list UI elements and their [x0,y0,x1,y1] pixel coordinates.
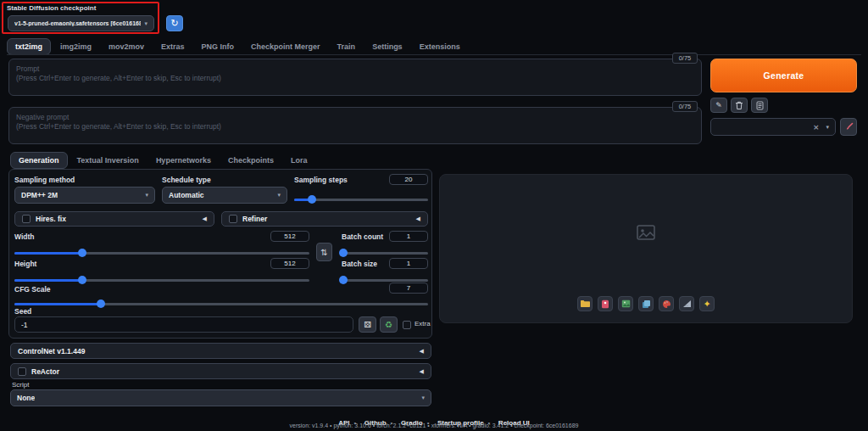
pencil-icon: ✎ [715,101,722,109]
tab-extensions[interactable]: Extensions [412,39,468,54]
refresh-checkpoint-button[interactable]: ↻ [166,15,183,31]
tab-checkpoint-merger[interactable]: Checkpoint Merger [243,39,328,54]
open-folder-button[interactable] [577,296,593,311]
save-zip-button[interactable] [618,296,633,311]
batch-count-value[interactable]: 1 [389,231,428,242]
prompt-input[interactable]: Prompt (Press Ctrl+Enter to generate, Al… [8,59,702,96]
schedule-type-value: Automatic [169,191,204,199]
clear-icon[interactable]: × [810,123,820,132]
collapsed-arrow-icon: ◀ [420,348,424,355]
tab-img2img[interactable]: img2img [53,39,99,54]
trash-button[interactable] [731,98,748,113]
script-dropdown[interactable]: None ▾ [10,389,431,406]
reactor-accordion[interactable]: ReActor ◀ [10,363,431,379]
send-to-extras-button[interactable] [679,296,694,311]
batch-count-slider[interactable] [342,249,428,257]
slider-handle[interactable] [97,299,105,308]
image-placeholder-icon [636,222,656,243]
refresh-icon: ↻ [170,18,178,29]
tab-train[interactable]: Train [330,39,364,54]
styles-dropdown[interactable]: × ▾ [710,118,836,136]
collapsed-arrow-icon: ◀ [420,368,424,375]
script-label: Script [12,381,29,389]
gallery-buttons: ✦ [577,296,715,311]
sub-tabs: Generation Textual Inversion Hypernetwor… [10,152,314,169]
reactor-checkbox[interactable] [18,367,26,376]
tab-extras[interactable]: Extras [153,39,192,54]
generate-button[interactable]: Generate [710,59,857,92]
controlnet-accordion[interactable]: ControlNet v1.1.449 ◀ [10,343,431,359]
slider-handle[interactable] [339,249,348,257]
seed-extra-checkbox[interactable] [403,321,411,329]
save-image-button[interactable] [598,296,613,311]
slider-track [342,252,428,255]
controlnet-label: ControlNet v1.1.449 [18,347,85,355]
sampling-method-value: DPM++ 2M [21,191,58,199]
tabs-divider [7,54,861,55]
height-value[interactable]: 512 [270,258,309,269]
frames-icon [642,299,651,309]
palette-icon [662,299,671,309]
collapsed-arrow-icon: ◀ [416,216,420,222]
slider-handle[interactable] [78,249,86,257]
refiner-accordion[interactable]: Refiner ◀ [221,211,428,227]
tab-settings[interactable]: Settings [364,39,410,54]
sparkles-icon: ✦ [703,299,710,310]
cfg-scale-slider[interactable] [14,299,428,308]
width-value[interactable]: 512 [270,231,309,242]
slider-handle[interactable] [308,195,316,204]
swap-dimensions-button[interactable]: ⇅ [316,243,332,261]
reuse-seed-button[interactable]: ♻ [380,316,398,333]
tab-txt2img[interactable]: txt2img [7,38,51,55]
height-slider[interactable] [14,276,309,284]
sampling-steps-slider[interactable] [294,195,428,204]
subtab-generation[interactable]: Generation [10,152,68,169]
batch-count-label: Batch count [342,232,383,241]
main-tabs: txt2img img2img mov2mov Extras PNG Info … [7,38,468,55]
collapsed-arrow-icon: ◀ [203,216,207,222]
slider-handle[interactable] [339,276,348,284]
send-to-img2img-button[interactable] [638,296,654,311]
subtab-lora[interactable]: Lora [283,153,315,168]
seed-input[interactable] [14,316,353,333]
hires-fix-accordion[interactable]: Hires. fix ◀ [14,211,214,227]
dice-icon: ⚄ [364,320,371,329]
ruler-icon [682,299,692,308]
width-slider[interactable] [14,249,309,257]
chevron-down-icon: ▾ [418,395,425,401]
sampling-method-dropdown[interactable]: DPM++ 2M ▾ [14,187,155,204]
prompt-placeholder-hint: (Press Ctrl+Enter to generate, Alt+Enter… [16,74,694,83]
hires-fix-checkbox[interactable] [22,215,31,223]
chevron-down-icon: ▾ [822,124,829,131]
tab-mov2mov[interactable]: mov2mov [101,39,152,54]
refiner-checkbox[interactable] [229,215,237,223]
slider-fill [14,303,101,305]
subtab-hypernetworks[interactable]: Hypernetworks [148,153,219,168]
notepad-button[interactable] [751,98,768,113]
negative-placeholder-hint: (Press Ctrl+Enter to generate, Alt+Enter… [16,122,694,132]
slider-fill [14,252,82,255]
subtab-checkpoints[interactable]: Checkpoints [220,153,281,168]
negative-placeholder-title: Negative prompt [16,113,694,122]
refiner-label: Refiner [242,215,267,223]
prompt-token-counter: 0/75 [672,53,698,64]
checkpoint-dropdown[interactable]: v1-5-pruned-emaonly.safetensors [6ce0161… [8,15,154,31]
cfg-scale-value[interactable]: 7 [389,283,428,294]
send-to-inpaint-button[interactable] [659,296,674,311]
random-seed-button[interactable]: ⚄ [359,316,376,333]
script-value: None [17,394,35,402]
sampling-steps-value[interactable]: 20 [389,174,428,185]
reactor-label: ReActor [31,367,59,376]
notepad-icon [756,101,764,110]
schedule-type-dropdown[interactable]: Automatic ▾ [162,187,287,204]
batch-size-value[interactable]: 1 [389,258,428,269]
negative-prompt-input[interactable]: Negative prompt (Press Ctrl+Enter to gen… [8,107,702,144]
edit-styles-button[interactable] [840,118,857,136]
sampling-steps-label: Sampling steps [294,176,348,184]
slider-track [342,279,428,282]
slider-handle[interactable] [78,276,86,284]
sparkles-button[interactable]: ✦ [699,296,715,311]
subtab-textual-inversion[interactable]: Textual Inversion [70,153,147,168]
tab-png-info[interactable]: PNG Info [194,39,242,54]
pencil-button[interactable]: ✎ [710,98,727,113]
